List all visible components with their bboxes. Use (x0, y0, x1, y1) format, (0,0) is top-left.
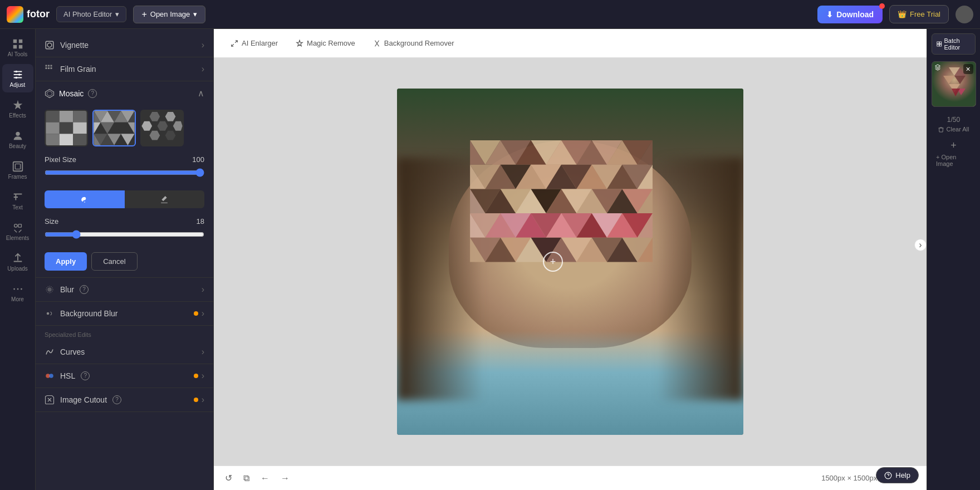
sidebar-item-label-8: Uploads (7, 266, 28, 272)
size-row: Size 18 (36, 213, 213, 228)
bg-blur-section: Background Blur › (36, 302, 213, 326)
svg-rect-32 (60, 122, 73, 134)
hsl-section: HSL ? › (36, 364, 213, 388)
tab-magic-remove[interactable]: Magic Remove (288, 35, 363, 52)
clear-all-button[interactable]: Clear All (938, 126, 969, 133)
curves-item[interactable]: Curves › (36, 340, 213, 364)
svg-rect-14 (18, 224, 21, 228)
sidebar-item-frames[interactable]: Frames (2, 156, 33, 184)
batch-editor-label: Batch Editor (944, 37, 971, 51)
sidebar-item-label-6: Text (12, 204, 22, 210)
sidebar-item-ai-tools[interactable]: AI Tools (2, 33, 33, 62)
sidebar-item-label-5: Frames (8, 174, 27, 180)
svg-marker-44 (94, 122, 100, 134)
logo[interactable]: fotor (7, 6, 50, 23)
erase-button[interactable] (125, 190, 205, 208)
thumbnail-delete-button[interactable]: ✕ (963, 64, 973, 74)
undo-icon[interactable]: ← (258, 471, 272, 486)
batch-editor-button[interactable]: Batch Editor (932, 33, 976, 55)
open-image-label: Open Image (150, 10, 190, 18)
vignette-section: Vignette › (36, 33, 213, 57)
sidebar-icons: AI Tools Adjust Effects Beauty Frames Te… (0, 29, 36, 490)
avatar[interactable] (955, 6, 973, 23)
canvas-area: AI Enlarger Magic Remove Background Remo… (214, 29, 927, 490)
svg-rect-130 (937, 42, 939, 44)
redo-icon[interactable]: → (278, 471, 292, 486)
mosaic-collapse-icon[interactable]: ∧ (198, 88, 204, 99)
vignette-item[interactable]: Vignette › (36, 33, 213, 57)
open-image-button[interactable]: + Open Image ▾ (133, 6, 205, 23)
mosaic-pattern-hexagon[interactable] (140, 110, 184, 146)
vignette-label: Vignette (60, 41, 89, 50)
sidebar-item-text[interactable]: Text (2, 187, 33, 215)
hsl-item[interactable]: HSL ? › (36, 364, 213, 388)
tab-ai-enlarger[interactable]: AI Enlarger (223, 35, 286, 52)
svg-point-13 (14, 224, 17, 228)
erase-icon (160, 196, 168, 204)
uploads-icon (12, 252, 24, 264)
pixel-pattern-svg (46, 111, 87, 145)
svg-rect-29 (60, 111, 73, 122)
clear-all-label: Clear All (947, 126, 969, 133)
mosaic-icon (45, 89, 55, 99)
svg-rect-28 (46, 111, 59, 122)
tab-background-remover[interactable]: Background Remover (365, 35, 462, 52)
sidebar-item-elements[interactable]: Elements (2, 217, 33, 246)
download-button[interactable]: ⬇ Download (817, 6, 883, 23)
pixel-size-slider-container (36, 166, 213, 186)
size-slider[interactable] (45, 230, 204, 239)
svg-rect-133 (939, 44, 942, 46)
image-cutout-item[interactable]: Image Cutout ? › (36, 388, 213, 411)
more-icon (12, 283, 24, 295)
effects-icon (12, 99, 24, 111)
triangle-pattern-svg (94, 111, 135, 145)
add-image-button[interactable]: + + Open Image (932, 133, 976, 174)
bg-blur-item[interactable]: Background Blur › (36, 302, 213, 325)
sidebar-item-more[interactable]: More (2, 278, 33, 307)
brush-button[interactable] (45, 190, 125, 208)
vignette-arrow: › (202, 40, 204, 50)
pixel-size-slider[interactable] (45, 168, 204, 177)
ai-editor-button[interactable]: AI Photo Editor ▾ (56, 6, 126, 22)
sidebar-item-beauty[interactable]: Beauty (2, 125, 33, 154)
svg-rect-35 (60, 134, 73, 145)
blur-item[interactable]: Blur ? › (36, 278, 213, 301)
plus-icon: + (141, 9, 146, 19)
svg-rect-3 (18, 45, 22, 48)
layers-icon[interactable]: ⧉ (241, 471, 252, 486)
film-grain-arrow: › (202, 64, 204, 74)
apply-button[interactable]: Apply (45, 252, 87, 271)
hsl-arrow: › (202, 371, 204, 381)
svg-marker-58 (149, 131, 160, 140)
help-button[interactable]: Help (876, 467, 919, 483)
cancel-button[interactable]: Cancel (91, 252, 137, 271)
sidebar-item-effects[interactable]: Effects (2, 95, 33, 123)
svg-rect-30 (73, 111, 86, 122)
mosaic-pattern-triangle[interactable] (92, 110, 136, 146)
history-icon[interactable]: ↺ (223, 471, 234, 486)
svg-rect-31 (46, 122, 59, 134)
mosaic-patterns (36, 105, 213, 151)
film-grain-item[interactable]: Film Grain › (36, 57, 213, 81)
svg-rect-12 (15, 164, 20, 169)
logo-icon (7, 6, 23, 23)
mosaic-pattern-pixel[interactable] (45, 110, 88, 146)
sidebar-item-uploads[interactable]: Uploads (2, 248, 33, 276)
svg-marker-56 (158, 121, 168, 131)
svg-rect-36 (73, 134, 86, 145)
sidebar-item-adjust[interactable]: Adjust (2, 64, 33, 92)
bg-blur-icon (45, 308, 55, 318)
curves-label: Curves (60, 347, 85, 356)
image-cutout-arrow: › (202, 395, 204, 405)
tab-ai-enlarger-label: AI Enlarger (242, 39, 278, 47)
canvas-workspace[interactable]: + (214, 58, 927, 465)
free-trial-button[interactable]: 👑 Free Trial (889, 5, 949, 23)
brush-erase-group (45, 190, 204, 208)
blur-arrow: › (202, 285, 204, 295)
thumbnail-card: ✕ (932, 61, 976, 107)
specialized-edits-header: Specialized Edits (36, 326, 213, 340)
image-dimensions: 1500px × 1500px (821, 474, 877, 482)
right-panel-expand-button[interactable]: › (914, 239, 927, 251)
sidebar-item-label: AI Tools (8, 51, 27, 57)
svg-point-19 (47, 43, 52, 47)
